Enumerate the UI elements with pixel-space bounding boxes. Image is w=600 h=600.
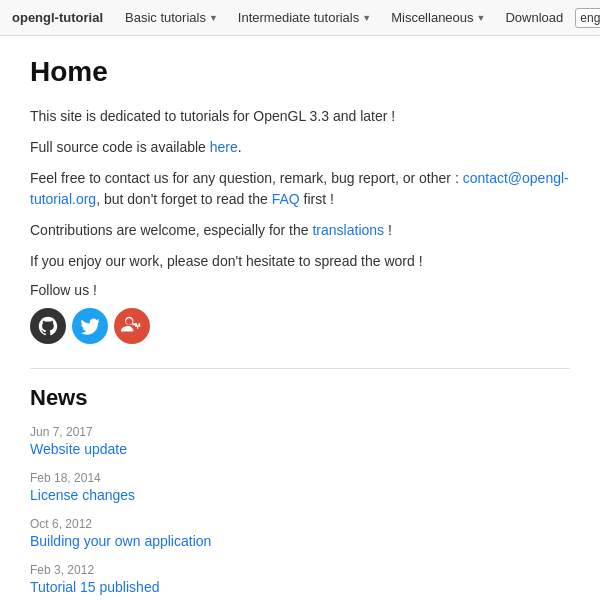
news-item: Feb 3, 2012Tutorial 15 published xyxy=(30,563,570,595)
nav-download-label: Download xyxy=(505,10,563,25)
news-title: News xyxy=(30,385,570,411)
news-date: Oct 6, 2012 xyxy=(30,517,570,531)
github-icon[interactable] xyxy=(30,308,66,344)
intro-line-1: This site is dedicated to tutorials for … xyxy=(30,106,570,127)
news-item: Oct 6, 2012Building your own application xyxy=(30,517,570,549)
news-link[interactable]: Building your own application xyxy=(30,533,211,549)
nav-misc-label: Miscellaneous xyxy=(391,10,473,25)
follow-line: Follow us ! xyxy=(30,282,570,298)
gplus-icon[interactable] xyxy=(114,308,150,344)
news-date: Jun 7, 2017 xyxy=(30,425,570,439)
nav-item-intermediate[interactable]: Intermediate tutorials ▼ xyxy=(230,10,379,25)
language-selector[interactable]: english ▼ xyxy=(575,8,600,28)
nav-item-download[interactable]: Download xyxy=(497,10,571,25)
news-item: Jun 7, 2017Website update xyxy=(30,425,570,457)
news-date: Feb 18, 2014 xyxy=(30,471,570,485)
social-icons-group xyxy=(30,308,570,344)
intro-line-4: Contributions are welcome, especially fo… xyxy=(30,220,570,241)
intro-line-3: Feel free to contact us for any question… xyxy=(30,168,570,210)
divider xyxy=(30,368,570,369)
nav-intermediate-label: Intermediate tutorials xyxy=(238,10,359,25)
twitter-icon[interactable] xyxy=(72,308,108,344)
nav-misc-arrow: ▼ xyxy=(477,13,486,23)
nav-brand[interactable]: opengl-tutorial xyxy=(12,10,103,25)
nav-basic-arrow: ▼ xyxy=(209,13,218,23)
news-link[interactable]: Tutorial 15 published xyxy=(30,579,159,595)
navbar: opengl-tutorial Basic tutorials ▼ Interm… xyxy=(0,0,600,36)
source-code-link[interactable]: here xyxy=(210,139,238,155)
news-link[interactable]: License changes xyxy=(30,487,135,503)
language-selected: english xyxy=(580,11,600,25)
news-link[interactable]: Website update xyxy=(30,441,127,457)
news-item: Feb 18, 2014License changes xyxy=(30,471,570,503)
intro-line-2: Full source code is available here. xyxy=(30,137,570,158)
nav-item-misc[interactable]: Miscellaneous ▼ xyxy=(383,10,493,25)
page-title: Home xyxy=(30,56,570,88)
translations-link[interactable]: translations xyxy=(312,222,384,238)
nav-intermediate-arrow: ▼ xyxy=(362,13,371,23)
main-content: Home This site is dedicated to tutorials… xyxy=(0,36,600,600)
news-date: Feb 3, 2012 xyxy=(30,563,570,577)
intro-line-5: If you enjoy our work, please don't hesi… xyxy=(30,251,570,272)
nav-basic-label: Basic tutorials xyxy=(125,10,206,25)
news-list: Jun 7, 2017Website updateFeb 18, 2014Lic… xyxy=(30,425,570,600)
faq-link[interactable]: FAQ xyxy=(272,191,300,207)
nav-item-basic[interactable]: Basic tutorials ▼ xyxy=(117,10,226,25)
